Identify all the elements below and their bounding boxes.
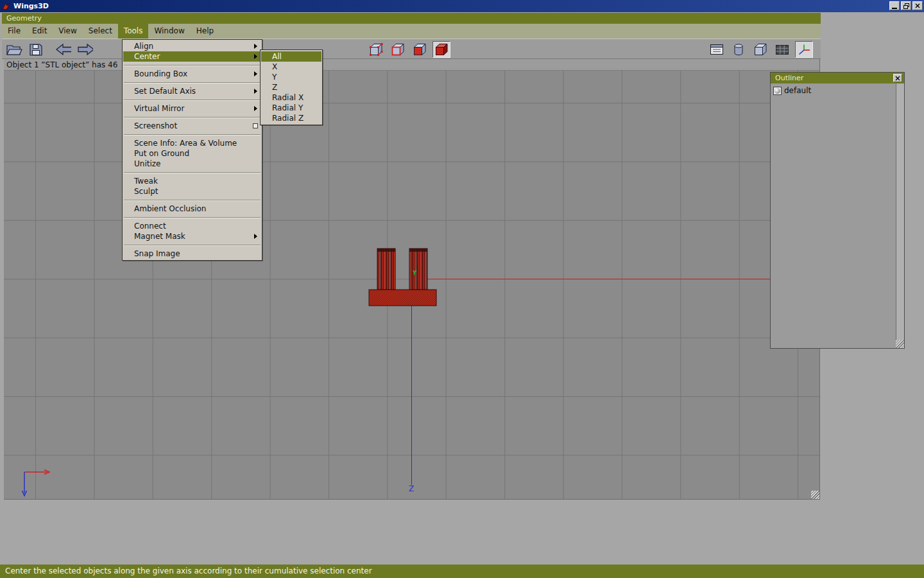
outliner-close-button[interactable] xyxy=(893,74,902,82)
menu-item-unitize[interactable]: Unitize xyxy=(123,159,261,169)
save-button[interactable] xyxy=(27,41,45,58)
info-line-text: Object 1 ”STL object” has 46 xyxy=(6,60,117,69)
submenu-arrow-icon xyxy=(254,89,257,94)
status-bar: Center the selected objects along the gi… xyxy=(0,565,924,578)
tools-menu: Align Center Bounding Box Set Default Ax… xyxy=(122,39,262,261)
open-icon xyxy=(6,42,22,57)
menubar-item-tools[interactable]: Tools xyxy=(118,24,149,39)
selection-mode-group xyxy=(367,41,450,58)
menu-item-put-on-ground[interactable]: Put on Ground xyxy=(123,148,261,159)
menubar-item-help[interactable]: Help xyxy=(191,24,219,39)
menu-separator xyxy=(124,172,261,173)
edge-select-button[interactable] xyxy=(389,41,407,58)
window-title: Wings3D xyxy=(13,2,49,10)
status-message: Center the selected objects along the gi… xyxy=(5,566,372,575)
menu-item-connect[interactable]: Connect xyxy=(123,221,261,231)
menubar-item-select[interactable]: Select xyxy=(83,24,118,39)
menu-item-set-default-axis[interactable]: Set Default Axis xyxy=(123,86,261,96)
ground-plane-button[interactable] xyxy=(773,41,791,58)
face-select-icon xyxy=(412,42,427,57)
menu-bar: File Edit View Select Tools Window Help xyxy=(2,24,821,39)
menu-item-scene-info[interactable]: Scene Info: Area & Volume xyxy=(123,138,261,148)
edge-select-icon xyxy=(390,42,406,57)
ground-plane-icon xyxy=(774,42,790,57)
restore-icon xyxy=(903,3,909,9)
geometry-window-titlebar[interactable]: Geometry xyxy=(2,13,821,24)
menu-item-bounding-box[interactable]: Bounding Box xyxy=(123,69,261,79)
menu-item-ambient-occlusion[interactable]: Ambient Occlusion xyxy=(123,204,261,214)
smooth-shading-button[interactable] xyxy=(730,41,748,58)
redo-button[interactable] xyxy=(76,41,94,58)
geometry-windows-button[interactable] xyxy=(708,41,726,58)
option-box-icon[interactable] xyxy=(253,123,258,128)
face-select-button[interactable] xyxy=(411,41,429,58)
menubar-item-edit[interactable]: Edit xyxy=(26,24,53,39)
menu-separator xyxy=(124,200,261,201)
outliner-window: Outliner default xyxy=(770,72,905,349)
z-axis-label: Z xyxy=(409,484,414,493)
submenu-arrow-icon xyxy=(254,44,257,49)
undo-button[interactable] xyxy=(54,41,72,58)
outliner-resize-grip[interactable] xyxy=(896,340,904,348)
menu-separator xyxy=(124,65,261,66)
smooth-shading-icon xyxy=(731,42,746,57)
menu-item-magnet-mask[interactable]: Magnet Mask xyxy=(123,231,261,241)
menu-item-align[interactable]: Align xyxy=(123,41,261,51)
outliner-title: Outliner xyxy=(775,74,893,82)
menubar-item-view[interactable]: View xyxy=(53,24,82,39)
workmode-button[interactable] xyxy=(751,41,769,58)
close-icon xyxy=(895,76,900,81)
outliner-titlebar[interactable]: Outliner xyxy=(771,73,904,83)
body-select-icon xyxy=(434,42,449,57)
axes-icon xyxy=(796,42,812,57)
geometry-windows-icon xyxy=(709,42,724,57)
menu-item-snap-image[interactable]: Snap Image xyxy=(123,249,261,259)
material-icon xyxy=(773,87,782,95)
outliner-item-label: default xyxy=(784,86,811,95)
menu-item-center[interactable]: Center xyxy=(123,51,261,62)
menu-item-tweak[interactable]: Tweak xyxy=(123,176,261,186)
menu-separator xyxy=(124,117,261,118)
outliner-body: default xyxy=(771,83,896,348)
save-icon xyxy=(28,42,44,57)
x-axis-line xyxy=(411,279,771,279)
submenu-item-y[interactable]: Y xyxy=(261,72,321,82)
axes-button[interactable] xyxy=(795,41,813,58)
window-controls xyxy=(889,1,923,10)
submenu-arrow-icon xyxy=(254,54,257,59)
menu-separator xyxy=(124,217,261,218)
menu-item-virtual-mirror[interactable]: Virtual Mirror xyxy=(123,103,261,114)
submenu-arrow-icon xyxy=(254,234,257,239)
viewport-resize-grip[interactable] xyxy=(811,491,819,499)
outliner-item-default[interactable]: default xyxy=(771,83,896,95)
undo-icon xyxy=(55,42,71,57)
menubar-item-file[interactable]: File xyxy=(2,24,26,39)
menu-item-sculpt[interactable]: Sculpt xyxy=(123,186,261,197)
submenu-item-radial-x[interactable]: Radial X xyxy=(261,92,321,103)
mini-axes-icon xyxy=(18,467,54,498)
vertex-select-icon xyxy=(368,42,384,57)
close-button[interactable] xyxy=(912,1,923,10)
outliner-scrollbar[interactable] xyxy=(896,83,904,348)
stl-object[interactable] xyxy=(366,245,440,308)
open-button[interactable] xyxy=(5,41,23,58)
submenu-item-x[interactable]: X xyxy=(261,62,321,72)
submenu-item-z[interactable]: Z xyxy=(261,82,321,92)
body-select-button[interactable] xyxy=(432,41,450,58)
menu-separator xyxy=(124,134,261,136)
y-axis-label: Y xyxy=(413,270,417,276)
menu-separator xyxy=(124,100,261,101)
close-icon xyxy=(915,3,920,8)
geometry-window-title: Geometry xyxy=(6,14,42,22)
workmode-icon xyxy=(753,42,768,57)
z-axis-line xyxy=(411,279,412,485)
submenu-item-all[interactable]: All xyxy=(261,51,321,62)
vertex-select-button[interactable] xyxy=(367,41,385,58)
submenu-item-radial-y[interactable]: Radial Y xyxy=(261,103,321,113)
restore-button[interactable] xyxy=(901,1,911,10)
toolbar-file-group xyxy=(5,41,94,58)
minimize-button[interactable] xyxy=(889,1,900,10)
menu-item-screenshot[interactable]: Screenshot xyxy=(123,121,261,131)
menubar-item-window[interactable]: Window xyxy=(148,24,190,39)
submenu-item-radial-z[interactable]: Radial Z xyxy=(261,113,321,123)
